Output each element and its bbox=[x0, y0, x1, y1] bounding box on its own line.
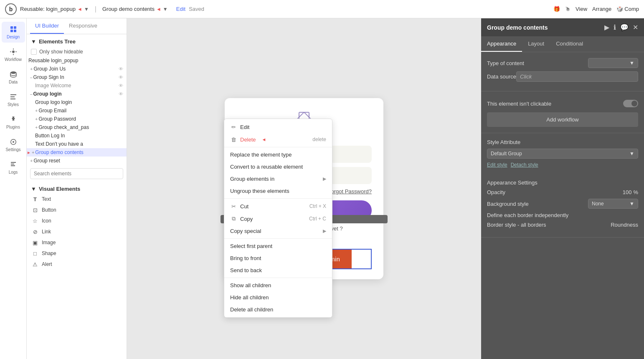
ctx-cut[interactable]: ✂ Cut Ctrl + X bbox=[224, 200, 332, 212]
search-input[interactable] bbox=[30, 168, 123, 179]
tree-item-image-welcome[interactable]: Image Welcome 👁 bbox=[27, 81, 127, 90]
ctx-replace[interactable]: Replace the element type bbox=[224, 149, 332, 161]
tab-layout[interactable]: Layout bbox=[522, 36, 550, 52]
button-icon: ⊡ bbox=[32, 207, 38, 213]
edit-button[interactable]: Edit bbox=[176, 6, 185, 12]
ve-button[interactable]: ⊡ Button bbox=[27, 205, 127, 215]
ctx-convert[interactable]: Convert to a reusable element bbox=[224, 161, 332, 173]
sidebar-item-design[interactable]: Design bbox=[2, 22, 25, 43]
group-login-label: Group login bbox=[33, 91, 62, 97]
breadcrumb: Reusable: login_popup ◄ ▼ bbox=[20, 6, 89, 12]
tree-collapse-arrow[interactable]: ▼ bbox=[31, 38, 36, 45]
detach-style-link[interactable]: Detach style bbox=[511, 162, 538, 168]
cursor-icon[interactable]: 🖱 bbox=[565, 6, 570, 12]
bg-style-select[interactable]: None ▼ bbox=[588, 199, 638, 209]
tree-item-group-reset[interactable]: + Group reset bbox=[27, 157, 127, 165]
tree-item-button-log-in[interactable]: Button Log In bbox=[27, 131, 127, 140]
ve-alert[interactable]: ⚠ Alert bbox=[27, 259, 127, 270]
visual-elements-collapse[interactable]: ▼ bbox=[31, 186, 36, 192]
page-dropdown[interactable]: ▼ bbox=[163, 6, 168, 12]
ctx-delete[interactable]: 🗑 Delete ◄ delete bbox=[224, 133, 332, 146]
ve-text-label: Text bbox=[42, 196, 51, 202]
type-of-content-row: Type of content ▼ bbox=[487, 58, 638, 68]
view-button[interactable]: View bbox=[576, 6, 587, 12]
ve-icon[interactable]: ☆ Icon bbox=[27, 215, 127, 226]
arrange-button[interactable]: Arrange bbox=[592, 6, 611, 12]
sidebar-item-logs[interactable]: Logs bbox=[2, 157, 25, 178]
opacity-unit: % bbox=[633, 189, 638, 195]
edit-detach-row: Edit style Detach style bbox=[487, 162, 638, 168]
tree-item-group-sign-in[interactable]: – Group Sign In 👁 bbox=[27, 73, 127, 81]
tab-appearance[interactable]: Appearance bbox=[481, 36, 522, 52]
type-of-content-select[interactable]: ▼ bbox=[588, 58, 638, 68]
ctx-edit[interactable]: ✏ Edit bbox=[224, 121, 332, 133]
ctx-copy[interactable]: ⧉ Copy Ctrl + C bbox=[224, 212, 332, 225]
right-panel: Group demo contents ▶ ℹ 💬 ✕ Appearance L… bbox=[481, 18, 644, 359]
add-workflow-button[interactable]: Add workflow bbox=[487, 112, 638, 127]
play-icon[interactable]: ▶ bbox=[604, 23, 609, 31]
ctx-copy-special[interactable]: Copy special ▶ bbox=[224, 225, 332, 237]
tree-item-group-check[interactable]: + Group check_and_pas bbox=[27, 123, 127, 131]
edit-style-link[interactable]: Edit style bbox=[487, 162, 507, 168]
opacity-row: Opacity 100 % bbox=[487, 189, 638, 195]
comment-icon[interactable]: 💬 bbox=[620, 23, 629, 31]
svg-rect-2 bbox=[10, 30, 13, 32]
ctx-send-back[interactable]: Send to back bbox=[224, 264, 332, 276]
eye-icon-3: 👁 bbox=[119, 83, 123, 88]
tree-item-reusable[interactable]: Reusable login_popup bbox=[27, 56, 127, 65]
forgot-password-link[interactable]: Forgot Password? bbox=[328, 188, 372, 195]
tree-item-group-join-us[interactable]: + Group Join Us 👁 bbox=[27, 65, 127, 73]
data-source-select[interactable]: Click bbox=[516, 71, 638, 82]
ve-image[interactable]: ▣ Image bbox=[27, 237, 127, 248]
ve-shape[interactable]: □ Shape bbox=[27, 248, 127, 259]
sidebar-item-styles[interactable]: Styles bbox=[2, 89, 25, 110]
eye-icon-2: 👁 bbox=[119, 75, 123, 80]
group-check-label: Group check_and_pas bbox=[38, 124, 89, 130]
only-hideable-checkbox[interactable] bbox=[31, 49, 37, 55]
ve-link[interactable]: ⊘ Link bbox=[27, 226, 127, 237]
tree-item-group-password[interactable]: + Group Password bbox=[27, 115, 127, 123]
ctx-delete-children[interactable]: Delete all children bbox=[224, 303, 332, 316]
border-style-label: Border style - all borders bbox=[487, 222, 546, 228]
clickable-toggle[interactable] bbox=[623, 100, 638, 107]
tab-ui-builder[interactable]: UI Builder bbox=[30, 18, 64, 34]
ctx-group-in[interactable]: Group elements in ▶ bbox=[224, 173, 332, 185]
ctx-bring-front[interactable]: Bring to front bbox=[224, 252, 332, 264]
topbar-right: 🎁 🖱 View Arrange 🎲 Comp bbox=[553, 6, 639, 12]
delete-icon: 🗑 bbox=[230, 136, 237, 143]
ctx-select-parent[interactable]: Select first parent bbox=[224, 240, 332, 252]
sidebar-item-settings[interactable]: Settings bbox=[2, 134, 25, 155]
gift-icon[interactable]: 🎁 bbox=[553, 6, 560, 12]
tree-item-group-logo-login[interactable]: Group logo login bbox=[27, 98, 127, 106]
tree-item-group-demo-contents[interactable]: ► + Group demo contents bbox=[27, 148, 127, 157]
tab-conditional[interactable]: Conditional bbox=[550, 36, 589, 52]
info-icon[interactable]: ℹ bbox=[614, 23, 616, 31]
icon-icon: ☆ bbox=[32, 217, 38, 224]
topbar: b Reusable: login_popup ◄ ▼ | Group demo… bbox=[0, 0, 644, 18]
comp-button[interactable]: 🎲 Comp bbox=[616, 6, 639, 12]
ctx-hide-children[interactable]: Hide all children bbox=[224, 291, 332, 303]
sidebar-item-plugins[interactable]: Plugins bbox=[2, 112, 25, 133]
sidebar-item-data[interactable]: Data bbox=[2, 67, 25, 88]
canvas: ▲ ▼ 🔒 E MAIL ▲ ▼ 🔒 PASSWORD Remember me bbox=[127, 18, 481, 359]
tree-item-group-email[interactable]: + Group Email bbox=[27, 106, 127, 115]
close-icon[interactable]: ✕ bbox=[633, 23, 638, 31]
sidebar-item-workflow[interactable]: Workflow bbox=[2, 44, 25, 65]
chevron-right-icon: ▶ bbox=[323, 176, 326, 182]
page-breadcrumb: Group demo contents ◄ ▼ bbox=[102, 6, 168, 12]
border-independent-label: Define each border independently bbox=[487, 212, 568, 218]
ctx-divider-2 bbox=[224, 198, 332, 199]
ctx-divider-3 bbox=[224, 238, 332, 239]
style-attribute-select[interactable]: Default Group ▼ bbox=[487, 149, 638, 159]
ctx-show-children[interactable]: Show all children bbox=[224, 279, 332, 291]
ve-text[interactable]: T Text bbox=[27, 194, 127, 205]
tree-item-group-login[interactable]: – Group login 👁 bbox=[27, 90, 127, 98]
shape-icon: □ bbox=[32, 250, 38, 257]
style-attribute-section: Style Attribute Default Group ▼ Edit sty… bbox=[481, 133, 644, 174]
svg-rect-1 bbox=[14, 26, 16, 29]
tree-item-text-dont[interactable]: Text Don't you have a bbox=[27, 140, 127, 148]
project-dropdown[interactable]: ▼ bbox=[84, 6, 89, 12]
tab-responsive[interactable]: Responsive bbox=[64, 18, 102, 34]
context-menu: ✏ Edit 🗑 Delete ◄ delete Replace the ele… bbox=[224, 119, 332, 318]
ctx-ungroup[interactable]: Ungroup these elements bbox=[224, 185, 332, 197]
